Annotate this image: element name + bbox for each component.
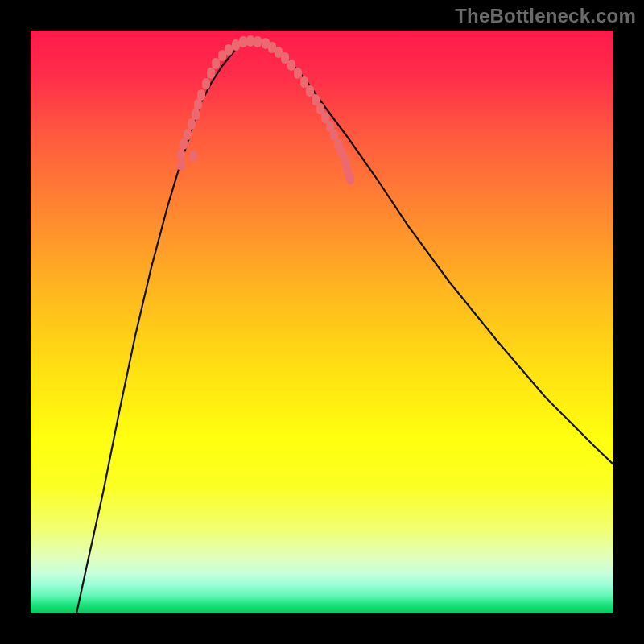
data-dot [194, 99, 202, 110]
data-dot [300, 76, 308, 88]
data-dot [246, 35, 254, 47]
data-dot [177, 149, 185, 160]
chart-svg [31, 31, 613, 613]
data-dot [189, 151, 197, 162]
data-dot [254, 36, 262, 47]
data-dot [177, 159, 185, 171]
data-dot [346, 173, 354, 184]
plot-area [31, 31, 613, 613]
data-dot [287, 60, 295, 71]
left-dot-cluster [177, 35, 262, 171]
bottleneck-curve [76, 41, 613, 613]
data-dot [192, 109, 200, 120]
data-dot [180, 138, 188, 150]
data-dot [239, 36, 247, 47]
data-dot [197, 89, 205, 101]
data-dot [294, 68, 302, 79]
data-dot [212, 58, 220, 69]
right-dot-cluster [262, 38, 354, 184]
outer-frame: TheBottleneck.com [0, 0, 644, 644]
data-dot [207, 68, 215, 79]
data-dot [232, 39, 240, 51]
watermark-text: TheBottleneck.com [455, 5, 636, 27]
data-dot [188, 118, 196, 130]
data-dot [184, 129, 192, 140]
data-dot [202, 78, 210, 89]
data-dot [306, 85, 314, 97]
data-dot [225, 44, 233, 56]
